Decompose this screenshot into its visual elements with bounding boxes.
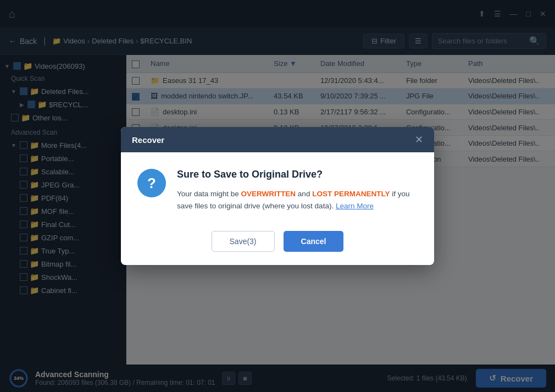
- recover-modal: Recover ✕ ? Sure to Save to Original Dri…: [121, 127, 434, 264]
- save-button[interactable]: Save(3): [212, 231, 275, 252]
- learn-more-link[interactable]: Learn More: [336, 202, 374, 210]
- modal-close-button[interactable]: ✕: [415, 134, 423, 146]
- modal-body-text: Your data might be OVERWRITTEN and LOST …: [177, 188, 418, 212]
- modal-heading: Sure to Save to Original Drive?: [177, 169, 418, 180]
- cancel-button[interactable]: Cancel: [284, 231, 344, 252]
- modal-content: Sure to Save to Original Drive? Your dat…: [177, 169, 418, 212]
- body-overwritten: OVERWRITTEN: [241, 190, 296, 198]
- body-text-1: Your data might be: [177, 190, 241, 198]
- modal-footer: Save(3) Cancel: [121, 225, 434, 265]
- question-icon: ?: [137, 169, 166, 197]
- body-lost: LOST PERMANENTLY: [312, 190, 390, 198]
- body-text-2: and: [296, 190, 312, 198]
- modal-title: Recover: [132, 135, 164, 145]
- modal-header: Recover ✕: [121, 127, 434, 152]
- modal-overlay: Recover ✕ ? Sure to Save to Original Dri…: [0, 0, 555, 392]
- modal-icon-area: ?: [137, 169, 166, 212]
- modal-body: ? Sure to Save to Original Drive? Your d…: [121, 152, 434, 225]
